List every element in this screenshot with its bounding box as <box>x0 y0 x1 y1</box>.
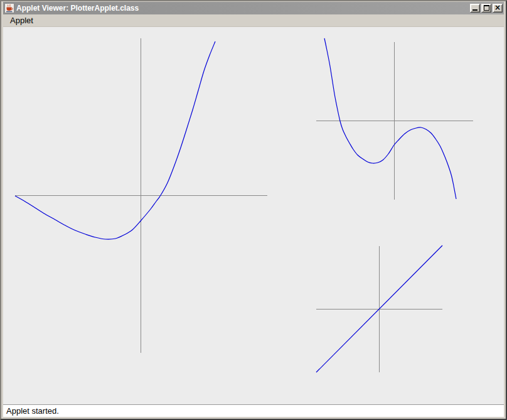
java-coffee-cup-icon[interactable] <box>4 3 14 13</box>
minimize-icon <box>472 9 478 11</box>
menu-bar: Applet <box>3 14 504 27</box>
plot-bottom-right-curve <box>316 245 442 372</box>
window-title: Applet Viewer: PlotterApplet.class <box>16 4 467 13</box>
window-controls: × <box>469 4 503 13</box>
menu-item-applet[interactable]: Applet <box>6 14 37 26</box>
plots-svg <box>3 27 504 404</box>
plot-left-curve <box>15 41 215 239</box>
maximize-button[interactable] <box>481 4 491 13</box>
applet-canvas <box>3 27 504 404</box>
close-icon: × <box>494 4 501 11</box>
status-bar: Applet started. <box>3 404 504 417</box>
title-bar[interactable]: Applet Viewer: PlotterApplet.class × <box>3 2 504 14</box>
plot-top-right-curve <box>324 38 456 199</box>
close-button[interactable]: × <box>493 4 503 13</box>
java-coffee-cup-icon-svg <box>4 3 14 13</box>
minimize-button[interactable] <box>470 4 480 13</box>
maximize-icon <box>484 5 489 11</box>
applet-viewer-window: Applet Viewer: PlotterApplet.class × App… <box>0 0 507 420</box>
status-text: Applet started. <box>6 406 59 416</box>
